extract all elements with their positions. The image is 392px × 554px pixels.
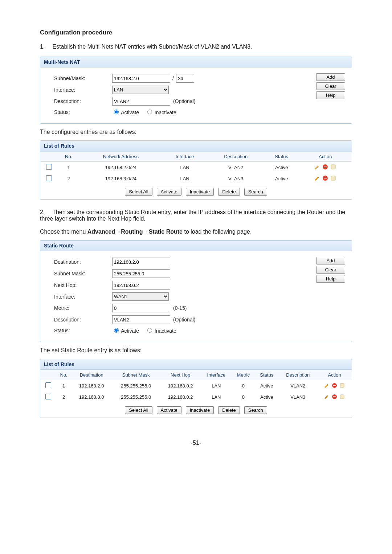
- static-route-result-text: The set Static Route entry is as follows…: [40, 347, 352, 354]
- page-number: -51-: [40, 440, 352, 446]
- clear-button[interactable]: Clear: [316, 82, 345, 90]
- table-row: 1 192.168.2.0 255.255.255.0 192.168.0.2 …: [40, 380, 352, 392]
- subnet-mask-label: Subnet/Mask:: [54, 75, 112, 81]
- edit-icon[interactable]: [324, 394, 330, 399]
- edit-icon[interactable]: [314, 164, 320, 170]
- inactivate-button[interactable]: Inactivate: [186, 406, 214, 414]
- info-icon[interactable]: [330, 175, 336, 181]
- delete-button[interactable]: Delete: [218, 406, 240, 414]
- help-button[interactable]: Help: [316, 91, 345, 99]
- menu-sentence: Choose the menu Advanced→Routing→Static …: [40, 229, 352, 235]
- step-1-text: Establish the Multi-Nets NAT entries wit…: [52, 44, 252, 50]
- clear-button[interactable]: Clear: [316, 266, 345, 274]
- col-action: Action: [317, 370, 352, 380]
- add-button[interactable]: Add: [316, 73, 345, 81]
- metric-range: (0-15): [173, 305, 187, 311]
- info-icon[interactable]: [339, 394, 345, 399]
- destination-input[interactable]: [112, 258, 170, 266]
- action-cell: [324, 383, 345, 388]
- step-2: 2. Then set the corresponding Static Rou…: [40, 209, 352, 222]
- svg-rect-2: [331, 165, 335, 169]
- description-input[interactable]: [112, 97, 170, 106]
- col-status: Status: [264, 152, 299, 162]
- svg-rect-4: [324, 178, 327, 178]
- table-row: 2 192.168.3.0/24 LAN VLAN3 Active: [40, 173, 352, 184]
- dest-label: Destination:: [54, 259, 112, 265]
- status-label: Status:: [54, 109, 112, 115]
- svg-rect-1: [324, 167, 327, 167]
- subnet-ip-input[interactable]: [112, 74, 170, 83]
- step-2-number: 2.: [40, 209, 51, 216]
- col-desc: Description: [278, 370, 317, 380]
- slash-separator: /: [170, 75, 176, 81]
- activate-radio[interactable]: [114, 110, 119, 114]
- col-status: Status: [255, 370, 278, 380]
- description-label: Description:: [54, 98, 112, 104]
- step-2-text: Then set the corresponding Static Route …: [40, 209, 345, 222]
- select-all-button[interactable]: Select All: [125, 406, 152, 414]
- desc-label: Description:: [54, 317, 112, 323]
- svg-rect-11: [340, 395, 344, 399]
- edit-icon[interactable]: [324, 383, 330, 388]
- info-icon[interactable]: [330, 164, 336, 170]
- description-input[interactable]: [112, 315, 170, 324]
- step-1-number: 1.: [40, 44, 51, 50]
- col-iface: Interface: [162, 152, 207, 162]
- select-all-button[interactable]: Select All: [125, 188, 152, 196]
- configured-entries-text: The configured entries are as follows:: [40, 129, 352, 135]
- status-label: Status:: [54, 328, 112, 333]
- activate-button[interactable]: Activate: [157, 188, 181, 196]
- action-cell: [324, 394, 345, 399]
- svg-rect-10: [333, 396, 336, 397]
- col-desc: Description: [208, 152, 264, 162]
- rules2-title: List of Rules: [40, 359, 352, 370]
- next-hop-input[interactable]: [112, 281, 170, 290]
- inactivate-button[interactable]: Inactivate: [186, 188, 214, 196]
- row-checkbox[interactable]: [46, 175, 52, 181]
- action-cell: [314, 175, 336, 181]
- edit-icon[interactable]: [314, 175, 320, 181]
- metric-input[interactable]: [112, 304, 170, 312]
- col-dest: Destination: [71, 370, 112, 380]
- col-action: Action: [299, 152, 352, 162]
- col-metric: Metric: [232, 370, 255, 380]
- svg-rect-8: [340, 383, 344, 387]
- col-hop: Next Hop: [160, 370, 201, 380]
- row-checkbox[interactable]: [45, 394, 51, 399]
- section-heading: Configuration procedure: [40, 29, 352, 36]
- svg-rect-5: [331, 176, 335, 180]
- inactivate-radio-label[interactable]: Inactivate: [146, 108, 176, 115]
- activate-radio-label[interactable]: Activate: [112, 108, 139, 115]
- delete-icon[interactable]: [332, 394, 337, 399]
- mask-label: Subnet Mask:: [54, 271, 112, 276]
- optional-note: (Optional): [173, 317, 195, 323]
- search-button[interactable]: Search: [244, 188, 267, 196]
- interface-select[interactable]: WAN1: [112, 292, 169, 301]
- subnet-mask-input[interactable]: [112, 269, 170, 278]
- inactivate-radio-label[interactable]: Inactivate: [146, 327, 176, 334]
- row-checkbox[interactable]: [46, 164, 52, 170]
- col-iface: Interface: [201, 370, 232, 380]
- metric-label: Metric:: [54, 305, 112, 311]
- inactivate-radio[interactable]: [147, 328, 152, 333]
- static-route-title: Static Route: [40, 241, 352, 251]
- delete-icon[interactable]: [322, 175, 328, 181]
- action-cell: [314, 164, 336, 170]
- delete-icon[interactable]: [332, 383, 337, 388]
- activate-radio[interactable]: [114, 328, 119, 333]
- search-button[interactable]: Search: [244, 406, 267, 414]
- table-row: 1 192.168.2.0/24 LAN VLAN2 Active: [40, 162, 352, 173]
- table-row: 2 192.168.3.0 255.255.255.0 192.168.0.2 …: [40, 391, 352, 403]
- delete-icon[interactable]: [322, 164, 328, 170]
- activate-radio-label[interactable]: Activate: [112, 327, 139, 334]
- col-net: Network Address: [79, 152, 162, 162]
- activate-button[interactable]: Activate: [157, 406, 181, 414]
- interface-select[interactable]: LAN: [112, 86, 169, 94]
- info-icon[interactable]: [339, 383, 345, 388]
- add-button[interactable]: Add: [316, 257, 345, 264]
- row-checkbox[interactable]: [45, 382, 51, 388]
- subnet-cidr-input[interactable]: [176, 74, 194, 83]
- inactivate-radio[interactable]: [147, 110, 152, 114]
- help-button[interactable]: Help: [316, 275, 345, 283]
- delete-button[interactable]: Delete: [218, 188, 240, 196]
